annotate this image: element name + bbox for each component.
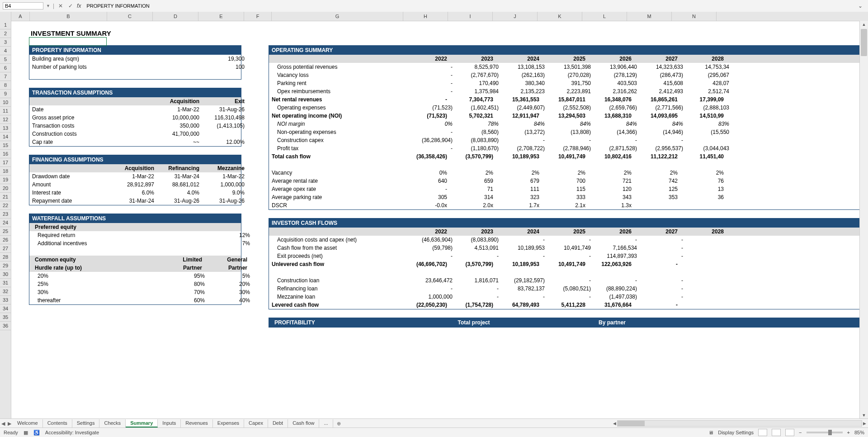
formula-value[interactable]: PROPERTY INFORMATION — [84, 3, 149, 9]
col-header-I[interactable]: I — [448, 12, 493, 12]
col-header-C[interactable]: C — [107, 12, 153, 12]
col-header-K[interactable]: K — [538, 12, 582, 12]
col-header-G[interactable]: G — [272, 12, 403, 12]
col-header-F[interactable]: F — [244, 12, 272, 12]
grid-area: ABCDEFGHIJKLMN 1234567891011121314151617… — [0, 12, 868, 12]
col-header-H[interactable]: H — [403, 12, 448, 12]
col-header-B[interactable]: B — [30, 12, 107, 12]
col-header-M[interactable]: M — [627, 12, 672, 12]
name-box[interactable] — [3, 2, 43, 10]
enter-icon[interactable]: ✓ — [67, 3, 74, 9]
name-box-dropdown-icon[interactable]: ▼ — [46, 4, 50, 8]
column-headers[interactable]: ABCDEFGHIJKLMN — [0, 12, 868, 12]
formula-bar: ▼ | ✕ ✓ fx PROPERTY INFORMATION ⌄ — [0, 0, 868, 12]
fx-icon[interactable]: fx — [77, 3, 81, 9]
col-header-A[interactable]: A — [11, 12, 30, 12]
col-header-[interactable] — [0, 12, 11, 12]
cancel-icon[interactable]: ✕ — [57, 3, 64, 9]
col-header-D[interactable]: D — [153, 12, 198, 12]
formula-expand-icon[interactable]: ⌄ — [858, 3, 865, 9]
col-header-L[interactable]: L — [582, 12, 627, 12]
col-header-J[interactable]: J — [493, 12, 538, 12]
col-header-E[interactable]: E — [198, 12, 244, 12]
col-header-N[interactable]: N — [672, 12, 717, 12]
